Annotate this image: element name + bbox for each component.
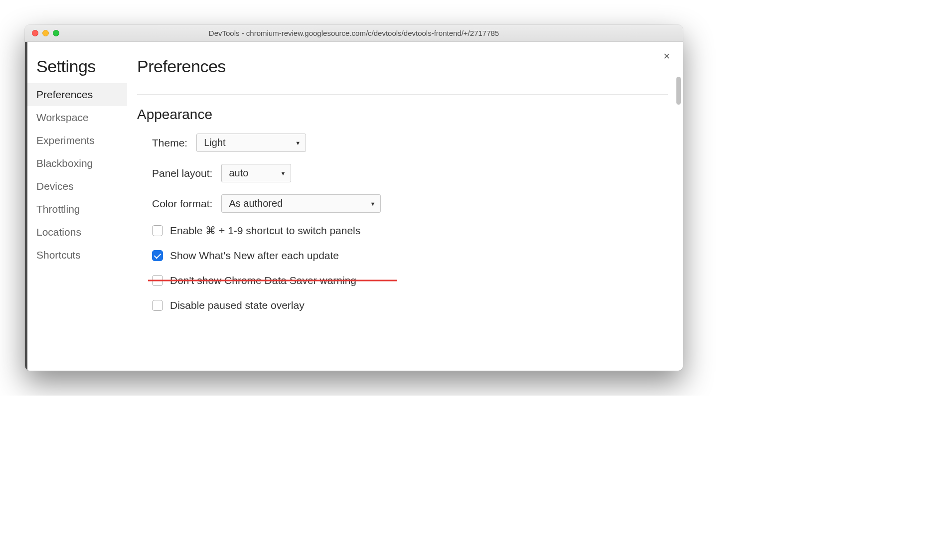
checkbox-label: Disable paused state overlay [170, 299, 305, 311]
theme-value: Light [204, 137, 225, 148]
sidebar-item-experiments[interactable]: Experiments [27, 129, 127, 152]
color-format-value: As authored [229, 198, 283, 209]
theme-select[interactable]: Light ▼ [196, 134, 306, 152]
sidebar-item-shortcuts[interactable]: Shortcuts [27, 244, 127, 267]
color-format-row: Color format: As authored ▼ [137, 194, 668, 213]
sidebar-item-throttling[interactable]: Throttling [27, 198, 127, 221]
maximize-window-icon[interactable] [53, 30, 59, 36]
strikethrough-annotation [148, 280, 397, 281]
sidebar-item-devices[interactable]: Devices [27, 175, 127, 198]
checkbox-whatsnew[interactable] [152, 250, 163, 261]
window-title: DevTools - chromium-review.googlesource.… [25, 29, 683, 37]
checkbox-label: Show What's New after each update [170, 250, 339, 262]
section-heading: Appearance [137, 107, 668, 123]
checkbox-row-whatsnew: Show What's New after each update [137, 250, 668, 262]
checkbox-shortcut[interactable] [152, 225, 163, 236]
chevron-down-icon: ▼ [295, 140, 301, 146]
traffic-lights [25, 30, 59, 36]
theme-row: Theme: Light ▼ [137, 134, 668, 152]
minimize-window-icon[interactable] [42, 30, 49, 36]
checkbox-label: Enable ⌘ + 1-9 shortcut to switch panels [170, 225, 360, 237]
sidebar-item-locations[interactable]: Locations [27, 221, 127, 244]
panel-layout-label: Panel layout: [152, 167, 212, 179]
page-title: Preferences [137, 57, 668, 76]
scrollbar-thumb[interactable] [676, 77, 681, 105]
panel-layout-row: Panel layout: auto ▼ [137, 164, 668, 182]
checkbox-row-paused-overlay: Disable paused state overlay [137, 299, 668, 311]
color-format-select[interactable]: As authored ▼ [221, 194, 381, 213]
sidebar-item-workspace[interactable]: Workspace [27, 106, 127, 129]
theme-label: Theme: [152, 137, 187, 149]
chevron-down-icon: ▼ [370, 201, 375, 207]
content-area: × Settings Preferences Workspace Experim… [25, 42, 683, 371]
sidebar-item-preferences[interactable]: Preferences [27, 83, 127, 106]
color-format-label: Color format: [152, 198, 212, 210]
panel-layout-select[interactable]: auto ▼ [221, 164, 291, 182]
divider [137, 94, 668, 95]
sidebar-item-blackboxing[interactable]: Blackboxing [27, 152, 127, 175]
chevron-down-icon: ▼ [281, 170, 286, 176]
panel-layout-value: auto [229, 167, 248, 179]
app-window: DevTools - chromium-review.googlesource.… [25, 25, 683, 371]
checkbox-paused-overlay[interactable] [152, 300, 163, 311]
sidebar-heading: Settings [27, 57, 127, 83]
titlebar: DevTools - chromium-review.googlesource.… [25, 25, 683, 42]
sidebar: Settings Preferences Workspace Experimen… [25, 42, 127, 371]
main-panel: Preferences Appearance Theme: Light ▼ Pa… [127, 42, 683, 371]
checkbox-row-shortcut: Enable ⌘ + 1-9 shortcut to switch panels [137, 225, 668, 237]
close-window-icon[interactable] [32, 30, 38, 36]
checkbox-row-datasaver: Don't show Chrome Data Saver warning [137, 275, 668, 286]
